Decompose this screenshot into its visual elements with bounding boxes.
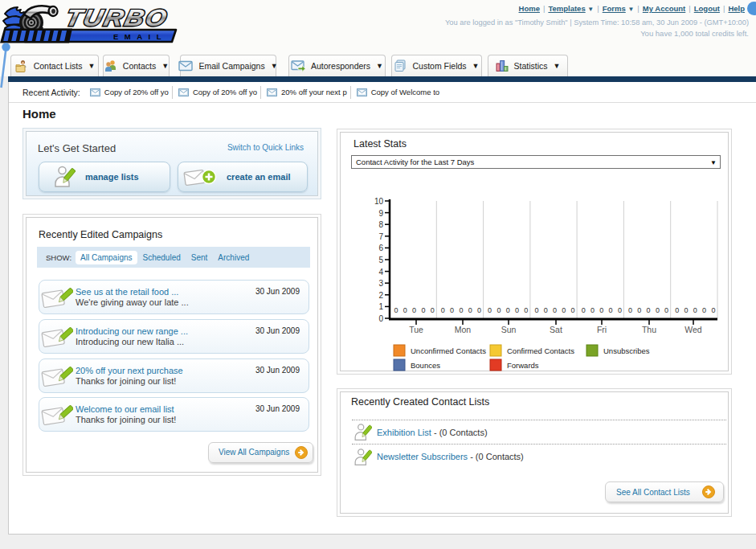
svg-text:5: 5 [378,256,383,264]
svg-text:8: 8 [378,220,383,229]
svg-text:0: 0 [378,314,383,323]
svg-text:Confirmed Contacts: Confirmed Contacts [507,346,574,355]
svg-text:9: 9 [378,209,383,218]
svg-text:TURBO: TURBO [63,4,170,31]
svg-text:0: 0 [468,306,472,314]
svg-text:Tue: Tue [409,325,423,334]
svg-text:0: 0 [421,306,425,314]
svg-text:Sat: Sat [550,325,562,334]
svg-text:0: 0 [450,306,454,314]
svg-text:0: 0 [675,306,679,314]
svg-text:0: 0 [618,306,622,314]
svg-text:0: 0 [693,306,697,314]
svg-text:0: 0 [394,306,398,314]
svg-text:0: 0 [711,306,715,314]
svg-text:0: 0 [609,306,613,314]
svg-text:1: 1 [378,302,383,311]
svg-text:0: 0 [524,306,528,314]
svg-text:3: 3 [378,279,383,288]
svg-text:Unconfirmed Contacts: Unconfirmed Contacts [411,346,486,355]
svg-text:0: 0 [571,306,575,314]
svg-text:0: 0 [562,306,566,314]
svg-text:Fri: Fri [597,325,607,334]
svg-text:0: 0 [506,306,510,314]
svg-text:0: 0 [544,306,548,314]
svg-text:0: 0 [637,306,641,314]
svg-text:0: 0 [656,306,660,314]
svg-text:Mon: Mon [455,325,472,334]
svg-text:0: 0 [582,306,586,314]
svg-text:0: 0 [477,306,481,314]
svg-text:Bounces: Bounces [411,361,440,370]
svg-text:2: 2 [378,291,383,300]
svg-text:0: 0 [497,306,501,314]
svg-text:0: 0 [403,306,407,314]
svg-text:0: 0 [459,306,463,314]
svg-text:0: 0 [431,306,435,314]
svg-text:0: 0 [647,306,651,314]
svg-text:0: 0 [412,306,416,314]
svg-text:4: 4 [378,268,383,277]
svg-text:Wed: Wed [684,325,702,334]
svg-text:0: 0 [684,306,688,314]
svg-text:0: 0 [553,306,557,314]
svg-text:Forwards: Forwards [507,361,539,370]
svg-text:Sun: Sun [501,325,517,334]
svg-text:0: 0 [441,306,445,314]
svg-text:10: 10 [374,197,384,206]
svg-text:Thu: Thu [642,325,656,334]
svg-text:0: 0 [515,306,519,314]
svg-text:0: 0 [534,306,538,314]
svg-text:0: 0 [599,306,603,314]
svg-text:0: 0 [488,306,492,314]
svg-text:7: 7 [378,232,383,241]
svg-text:0: 0 [664,306,668,314]
svg-text:6: 6 [378,244,383,252]
svg-text:0: 0 [628,306,632,314]
svg-text:EMAIL: EMAIL [113,32,167,41]
svg-text:0: 0 [590,306,595,314]
svg-text:Unsubscribes: Unsubscribes [603,346,650,355]
svg-text:0: 0 [702,306,706,314]
